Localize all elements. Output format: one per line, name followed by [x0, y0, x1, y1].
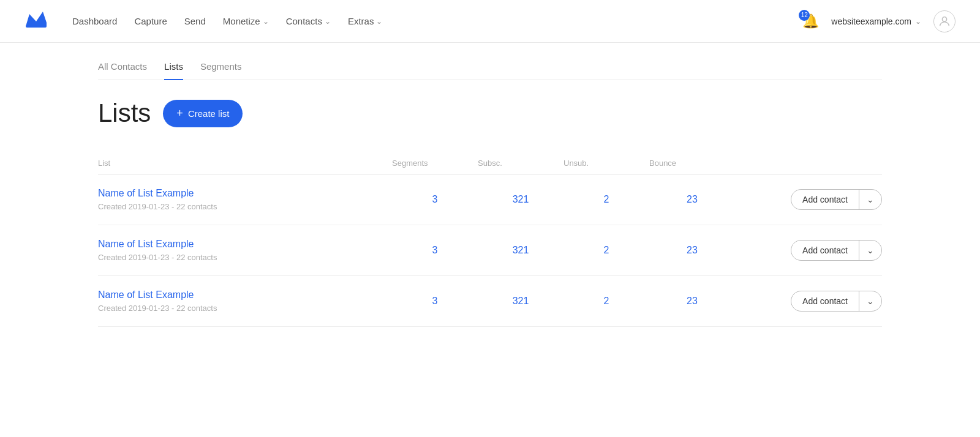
list-name-1[interactable]: Name of List Example — [98, 239, 392, 250]
add-contact-button-1[interactable]: Add contact ⌄ — [791, 240, 882, 261]
nav-monetize[interactable]: Monetize ⌄ — [223, 16, 269, 26]
add-contact-chevron-icon-0[interactable]: ⌄ — [859, 190, 881, 209]
subsc-val-2: 321 — [478, 296, 564, 307]
notification-badge: 12 — [799, 10, 810, 21]
col-subsc: Subsc. — [478, 159, 564, 168]
user-avatar[interactable] — [933, 10, 956, 32]
unsub-val-2: 2 — [564, 296, 649, 307]
segments-val-1: 3 — [392, 245, 478, 256]
add-contact-button-2[interactable]: Add contact ⌄ — [791, 291, 882, 312]
site-selector[interactable]: websiteexample.com ⌄ — [831, 17, 921, 26]
segments-val-2: 3 — [392, 296, 478, 307]
subsc-val-0: 321 — [478, 194, 564, 205]
table-header: List Segments Subsc. Unsub. Bounce — [98, 152, 882, 174]
site-name: websiteexample.com — [831, 17, 911, 26]
add-contact-label-2: Add contact — [791, 291, 859, 311]
monetize-chevron-icon: ⌄ — [263, 17, 269, 26]
logo-icon[interactable] — [24, 10, 48, 32]
create-list-label: Create list — [188, 108, 230, 119]
unsub-val-1: 2 — [564, 245, 649, 256]
list-name-cell: Name of List Example Created 2019-01-23 … — [98, 239, 392, 262]
list-meta-1: Created 2019-01-23 - 22 contacts — [98, 253, 392, 262]
page-header: Lists + Create list — [98, 99, 882, 128]
col-segments: Segments — [392, 159, 478, 168]
page-content: Lists + Create list List Segments Subsc.… — [0, 80, 980, 345]
col-bounce: Bounce — [649, 159, 735, 168]
add-contact-chevron-icon-2[interactable]: ⌄ — [859, 291, 881, 311]
list-name-2[interactable]: Name of List Example — [98, 289, 392, 301]
segments-val-0: 3 — [392, 194, 478, 205]
contact-tabs: All Contacts Lists Segments — [98, 61, 882, 80]
table-row: Name of List Example Created 2019-01-23 … — [98, 174, 882, 225]
navbar: Dashboard Capture Send Monetize ⌄ Contac… — [0, 0, 980, 43]
add-contact-button-0[interactable]: Add contact ⌄ — [791, 189, 882, 210]
list-name-cell: Name of List Example Created 2019-01-23 … — [98, 188, 392, 211]
site-chevron-icon: ⌄ — [915, 17, 921, 26]
add-contact-label-1: Add contact — [791, 241, 859, 260]
nav-extras[interactable]: Extras ⌄ — [348, 16, 383, 26]
create-list-button[interactable]: + Create list — [163, 100, 243, 127]
list-name-0[interactable]: Name of List Example — [98, 188, 392, 199]
col-list: List — [98, 159, 392, 168]
unsub-val-0: 2 — [564, 194, 649, 205]
svg-rect-1 — [26, 25, 47, 28]
subsc-val-1: 321 — [478, 245, 564, 256]
add-contact-chevron-icon-1[interactable]: ⌄ — [859, 241, 881, 260]
add-contact-label-0: Add contact — [791, 190, 859, 209]
col-action — [735, 159, 882, 168]
nav-left: Dashboard Capture Send Monetize ⌄ Contac… — [24, 10, 382, 32]
list-meta-0: Created 2019-01-23 - 22 contacts — [98, 202, 392, 211]
page-title: Lists — [98, 99, 151, 128]
extras-chevron-icon: ⌄ — [376, 17, 382, 26]
svg-point-2 — [942, 17, 946, 21]
table-row: Name of List Example Created 2019-01-23 … — [98, 276, 882, 327]
tab-segments[interactable]: Segments — [200, 61, 242, 80]
bounce-val-2: 23 — [649, 296, 735, 307]
list-name-cell: Name of List Example Created 2019-01-23 … — [98, 289, 392, 313]
nav-contacts[interactable]: Contacts ⌄ — [286, 16, 331, 26]
table-row: Name of List Example Created 2019-01-23 … — [98, 225, 882, 276]
svg-marker-0 — [26, 12, 47, 26]
contacts-chevron-icon: ⌄ — [325, 17, 331, 26]
lists-table: List Segments Subsc. Unsub. Bounce Name … — [98, 152, 882, 327]
bounce-val-1: 23 — [649, 245, 735, 256]
plus-icon: + — [176, 107, 183, 120]
nav-send[interactable]: Send — [184, 16, 206, 26]
nav-right: 12 🔔 websiteexample.com ⌄ — [802, 10, 956, 32]
tabs-section: All Contacts Lists Segments — [0, 43, 980, 80]
nav-capture[interactable]: Capture — [134, 16, 167, 26]
tab-lists[interactable]: Lists — [164, 61, 183, 80]
notifications-button[interactable]: 12 🔔 — [802, 13, 819, 29]
action-cell-0: Add contact ⌄ — [735, 189, 882, 210]
tab-all-contacts[interactable]: All Contacts — [98, 61, 147, 80]
action-cell-1: Add contact ⌄ — [735, 240, 882, 261]
list-meta-2: Created 2019-01-23 - 22 contacts — [98, 304, 392, 313]
bounce-val-0: 23 — [649, 194, 735, 205]
nav-links: Dashboard Capture Send Monetize ⌄ Contac… — [72, 16, 382, 26]
nav-dashboard[interactable]: Dashboard — [72, 16, 117, 26]
col-unsub: Unsub. — [564, 159, 649, 168]
action-cell-2: Add contact ⌄ — [735, 291, 882, 312]
